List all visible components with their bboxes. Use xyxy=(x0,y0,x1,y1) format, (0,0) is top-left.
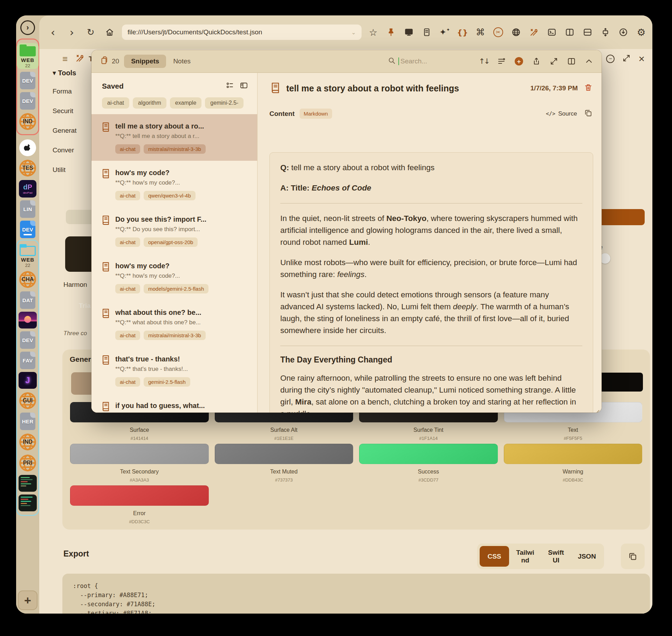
launcher-icon[interactable]: › xyxy=(20,20,35,35)
split-vertical-icon[interactable] xyxy=(564,27,575,37)
color-swatch[interactable] xyxy=(504,444,643,464)
color-swatch[interactable] xyxy=(359,444,498,464)
reader-icon[interactable] xyxy=(421,27,432,37)
source-toggle-button[interactable]: </> Source xyxy=(546,110,577,117)
color-swatch[interactable] xyxy=(70,444,209,464)
split-view-icon[interactable] xyxy=(567,56,576,66)
copy-content-icon[interactable] xyxy=(584,109,592,119)
search-input[interactable]: Search... xyxy=(388,57,475,66)
color-swatch[interactable] xyxy=(215,444,354,464)
snippet-tag[interactable]: models/gemini-2.5-flash xyxy=(144,284,208,293)
dock-item-fav[interactable]: FAV xyxy=(18,352,37,369)
export-copy-button[interactable] xyxy=(621,544,645,569)
filter-chip-algorithm[interactable]: algorithm xyxy=(133,97,166,109)
snippet-tag[interactable]: ai-chat xyxy=(115,191,140,200)
dock-item-pri[interactable]: PRI xyxy=(18,454,37,472)
dock-item-apple[interactable] xyxy=(18,139,37,156)
snippet-tag[interactable]: ai-chat xyxy=(115,237,140,247)
hamburger-menu-icon[interactable]: ≡ xyxy=(62,54,68,64)
filter-chip-example[interactable]: example xyxy=(170,97,201,109)
snippet-tag[interactable]: ai-chat xyxy=(115,377,140,387)
dock-item-thumb-term[interactable] xyxy=(18,475,37,492)
dock-item-j[interactable]: J xyxy=(18,372,37,389)
export-tab-swiftui[interactable]: SwiftUI xyxy=(541,546,571,567)
terminal-icon[interactable] xyxy=(547,27,557,37)
dock-item-dev[interactable]: DEV xyxy=(18,331,37,349)
background-primary-button[interactable] xyxy=(596,209,645,225)
snippet-list-item[interactable]: if you had to guess, what... xyxy=(91,394,257,413)
snippet-tag[interactable]: ai-chat xyxy=(115,284,140,293)
expand-vertical-icon[interactable] xyxy=(600,27,611,37)
dock-item-cha[interactable]: CHA xyxy=(18,270,37,289)
snippet-list-item[interactable]: Do you see this? import F... **Q:** Do y… xyxy=(91,207,257,254)
split-horizontal-icon[interactable] xyxy=(582,27,593,37)
snippet-list-item[interactable]: how's my code? **Q:** how's my code?... … xyxy=(91,161,257,207)
braces-icon[interactable]: {} xyxy=(457,27,468,37)
dock-item-her[interactable]: HER xyxy=(18,413,37,430)
snippet-list-item[interactable]: tell me a story about a ro... **Q:** tel… xyxy=(91,114,257,161)
pin-icon[interactable] xyxy=(386,27,396,37)
chevron-down-icon[interactable]: ⌄ xyxy=(351,29,356,36)
dock-item-dev[interactable]: DEV xyxy=(18,92,37,110)
settings-icon[interactable]: ⚙ xyxy=(636,27,646,37)
dock-item-dev[interactable]: DEV xyxy=(18,72,37,89)
expand-icon[interactable] xyxy=(622,54,631,64)
snippet-tag[interactable]: ai-chat xyxy=(115,144,140,154)
snippet-list-item[interactable]: that's true - thanks! **Q:** that's true… xyxy=(91,347,257,394)
sort-icon[interactable]: ↑↓ xyxy=(479,56,489,66)
dock-item-dp[interactable]: dPdevPad xyxy=(18,180,37,198)
dock-item-web[interactable]: WEB22 xyxy=(18,43,37,69)
home-icon[interactable] xyxy=(104,27,115,37)
dock-item-ind[interactable]: IND xyxy=(18,112,37,131)
chevron-up-icon[interactable] xyxy=(584,56,594,66)
dock-item-dat[interactable]: DAT xyxy=(18,291,37,309)
expand-icon[interactable] xyxy=(549,56,559,66)
dock-item-dev[interactable]: DEV xyxy=(18,221,37,238)
forward-icon[interactable]: › xyxy=(67,27,77,37)
close-icon[interactable]: × xyxy=(638,54,645,64)
export-tab-json[interactable]: JSON xyxy=(572,546,602,567)
dock-item-thumb-synth[interactable] xyxy=(18,312,37,329)
back-icon[interactable]: ‹ xyxy=(48,27,58,37)
dock-item-lin[interactable]: LIN xyxy=(18,200,37,218)
snippet-tag[interactable]: mistralai/ministral-3-3b xyxy=(144,331,206,340)
filter-chip-gemini-2-5-[interactable]: gemini-2.5- xyxy=(205,97,244,109)
tools-icon[interactable] xyxy=(529,27,539,37)
resize-handle[interactable] xyxy=(593,404,599,410)
reload-icon[interactable]: ↻ xyxy=(85,27,96,37)
sparkles-icon[interactable]: ✦✦ xyxy=(439,27,450,37)
download-icon[interactable] xyxy=(618,27,629,37)
filter-list-icon[interactable] xyxy=(496,56,506,66)
snippet-tag[interactable]: openai/gpt-oss-20b xyxy=(144,237,198,247)
command-icon[interactable]: ⌘ xyxy=(475,27,486,37)
snippet-tag[interactable]: mistralai/ministral-3-3b xyxy=(144,144,206,154)
monitor-icon[interactable] xyxy=(404,27,414,37)
checklist-icon[interactable] xyxy=(226,81,234,91)
snippet-list-item[interactable]: how's my code? **Q:** how's my code?... … xyxy=(91,254,257,300)
scissors-icon[interactable]: ✂ xyxy=(493,27,503,37)
dock-item-tes[interactable]: TES xyxy=(18,159,37,177)
minimize-icon[interactable]: − xyxy=(606,55,615,63)
sidebar-toggle-icon[interactable] xyxy=(240,81,248,91)
dock-item-ind[interactable]: IND xyxy=(18,433,37,451)
globe-icon[interactable] xyxy=(511,27,521,37)
tab-notes[interactable]: Notes xyxy=(166,55,198,68)
dock-item-thumb-term2[interactable] xyxy=(18,495,37,511)
url-bar[interactable]: file:///Users/jt/Documents/QuickDocs/tes… xyxy=(122,25,362,40)
snippet-tag[interactable]: ai-chat xyxy=(115,331,140,340)
export-tab-tailwind[interactable]: Tailwind xyxy=(510,546,540,567)
trash-icon[interactable] xyxy=(584,83,592,93)
dock-item-gui[interactable]: GUI xyxy=(18,392,37,410)
pages-copy-icon[interactable] xyxy=(99,56,108,67)
export-tab-css[interactable]: CSS xyxy=(480,546,509,567)
dock-item-web[interactable]: WEB22 xyxy=(18,244,37,268)
snippet-list-item[interactable]: what about this one? be... **Q:** what a… xyxy=(91,300,257,347)
color-swatch[interactable] xyxy=(70,485,209,506)
snippet-tag[interactable]: gemini-2.5-flash xyxy=(144,377,190,387)
share-icon[interactable] xyxy=(532,56,541,66)
add-tab-button[interactable]: + xyxy=(18,590,37,610)
tab-snippets[interactable]: Snippets xyxy=(124,55,166,68)
star-icon[interactable]: ☆ xyxy=(368,27,378,37)
snippet-tag[interactable]: qwen/qwen3-vl-4b xyxy=(144,191,196,200)
filter-chip-ai-chat[interactable]: ai-chat xyxy=(102,97,129,109)
